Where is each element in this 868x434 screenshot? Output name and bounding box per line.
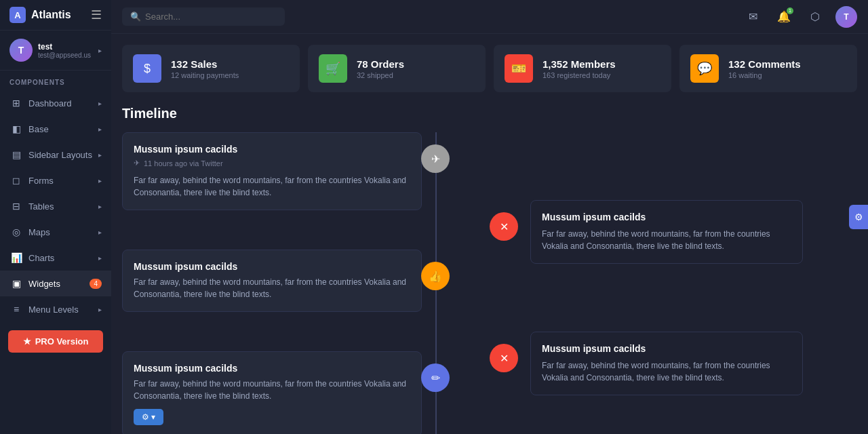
maps-icon: ◎	[9, 225, 23, 239]
timeline-card-right-1: Mussum ipsum cacilds Far far away, behin…	[530, 200, 803, 264]
timeline-right-column: ✕ Mussum ipsum cacilds Far far away, beh…	[490, 200, 803, 434]
sidebar: A Atlantis ☰ T test test@appseed.us ▸ CO…	[0, 0, 111, 434]
members-count: 1,352 Members	[542, 58, 616, 70]
right-panel-toggle[interactable]: ⚙	[849, 205, 868, 229]
chevron-right-icon: ▸	[98, 229, 102, 236]
card-title: Mussum ipsum cacilds	[542, 212, 791, 222]
mail-icon[interactable]: ✉	[742, 6, 764, 28]
chevron-right-icon: ▸	[98, 125, 102, 133]
user-name: test	[38, 42, 98, 52]
chevron-right-icon: ▸	[98, 151, 102, 159]
sidebar-item-forms[interactable]: ◻ Forms ▸	[0, 167, 111, 193]
settings-icon: ⚙	[854, 212, 863, 222]
sidebar-item-charts[interactable]: 📊 Charts ▸	[0, 245, 111, 271]
members-icon: 🎫	[505, 54, 533, 83]
stat-card-sales: $ 132 Sales 12 waiting payments	[122, 45, 300, 92]
content-area: $ 132 Sales 12 waiting payments 🛒 78 Ord…	[111, 34, 868, 434]
sidebar-item-label: Widgets	[28, 279, 90, 289]
chevron-right-icon: ▸	[98, 177, 102, 184]
topbar-icons: ✉ 🔔 1 ⬡ T	[742, 6, 857, 28]
forms-icon: ◻	[9, 174, 23, 187]
stats-row: $ 132 Sales 12 waiting payments 🛒 78 Ord…	[122, 45, 857, 92]
pro-icon: ★	[23, 336, 31, 347]
comments-icon: 💬	[690, 54, 719, 83]
pro-version-button[interactable]: ★ PRO Version	[8, 330, 103, 353]
menu-icon: ≡	[9, 302, 23, 316]
components-label: COMPONENTS	[0, 71, 111, 90]
orders-icon: 🛒	[319, 54, 347, 83]
sidebar-item-label: Charts	[28, 253, 98, 263]
search-box[interactable]: 🔍	[122, 7, 285, 26]
user-avatar-topbar[interactable]: T	[835, 6, 857, 28]
layouts-icon: ▤	[9, 148, 23, 161]
sidebar-item-tables[interactable]: ⊟ Tables ▸	[0, 193, 111, 219]
sidebar-header: A Atlantis ☰	[0, 0, 111, 31]
notification-badge: 1	[787, 7, 793, 14]
sales-icon: $	[133, 54, 161, 83]
card-title: Mussum ipsum cacilds	[134, 363, 410, 374]
sidebar-item-menu-levels[interactable]: ≡ Menu Levels ▸	[0, 296, 111, 322]
main-content: 🔍 ✉ 🔔 1 ⬡ T $ 132 Sales 12 waiting payme…	[111, 0, 868, 434]
topbar: 🔍 ✉ 🔔 1 ⬡ T	[111, 0, 868, 34]
orders-sub: 32 shipped	[357, 71, 404, 79]
sidebar-item-dashboard[interactable]: ⊞ Dashboard ▸	[0, 90, 111, 116]
sidebar-item-label: Base	[28, 124, 98, 134]
sidebar-item-sidebar-layouts[interactable]: ▤ Sidebar Layouts ▸	[0, 142, 111, 167]
timeline-node-1: ✈	[421, 144, 450, 173]
tables-icon: ⊟	[9, 199, 23, 213]
widgets-icon: ▣	[9, 277, 23, 290]
search-input[interactable]	[145, 12, 267, 22]
sidebar-item-label: Forms	[28, 176, 98, 186]
sidebar-item-label: Menu Levels	[28, 304, 98, 315]
sidebar-item-widgets[interactable]: ▣ Widgets 4	[0, 271, 111, 296]
widgets-badge: 4	[90, 279, 102, 289]
search-icon: 🔍	[130, 12, 141, 22]
comments-sub: 16 waiting	[728, 71, 801, 79]
user-email: test@appseed.us	[38, 52, 98, 59]
card-meta: ✈ 11 hours ago via Twitter	[134, 159, 410, 167]
hamburger-icon[interactable]: ☰	[91, 7, 102, 22]
sales-count: 132 Sales	[171, 58, 239, 70]
stat-card-comments: 💬 132 Comments 16 waiting	[679, 45, 857, 92]
timeline-node-2: 👍	[421, 262, 450, 290]
stat-card-members: 🎫 1,352 Members 163 registered today	[494, 45, 671, 92]
card-text: Far far away, behind the word mountains,…	[134, 276, 410, 300]
comments-count: 132 Comments	[728, 58, 801, 70]
card-text: Far far away, behind the word mountains,…	[134, 378, 410, 402]
brand-icon: A	[9, 7, 26, 23]
timeline-node-3: ✏	[421, 363, 450, 392]
timeline-card-2: Mussum ipsum cacilds Far far away, behin…	[122, 250, 422, 312]
sidebar-item-label: Tables	[28, 201, 98, 212]
sidebar-item-maps[interactable]: ◎ Maps ▸	[0, 219, 111, 245]
members-sub: 163 registered today	[542, 71, 616, 79]
chevron-right-icon: ▸	[98, 100, 102, 107]
avatar: T	[9, 39, 33, 62]
card-action-button[interactable]: ⚙ ▾	[134, 409, 163, 425]
notifications-icon[interactable]: 🔔 1	[773, 6, 795, 28]
timeline-title: Timeline	[122, 106, 857, 121]
sidebar-item-label: Sidebar Layouts	[28, 150, 98, 160]
timeline-card-3: Mussum ipsum cacilds Far far away, behin…	[122, 351, 422, 434]
timeline-left-column: Mussum ipsum cacilds ✈ 11 hours ago via …	[122, 132, 435, 434]
timeline-card-right-2: Mussum ipsum cacilds Far far away, behin…	[530, 332, 803, 395]
chevron-right-icon: ▸	[98, 254, 102, 262]
brand-title: Atlantis	[31, 9, 91, 21]
chevron-right-icon: ▸	[98, 306, 102, 313]
dashboard-icon: ⊞	[9, 96, 23, 110]
charts-icon: 📊	[9, 251, 23, 264]
user-section[interactable]: T test test@appseed.us ▸	[0, 31, 111, 71]
sidebar-item-base[interactable]: ◧ Base ▸	[0, 116, 111, 142]
card-text: Far far away, behind the word mountains,…	[542, 359, 791, 384]
sales-sub: 12 waiting payments	[171, 71, 239, 79]
pro-label: PRO Version	[35, 336, 89, 347]
timeline-node-r1: ✕	[490, 212, 518, 241]
twitter-icon: ✈	[134, 159, 140, 167]
layers-icon[interactable]: ⬡	[804, 6, 826, 28]
card-title: Mussum ipsum cacilds	[134, 144, 410, 155]
chevron-right-icon: ▸	[98, 203, 102, 210]
timeline-card-1: Mussum ipsum cacilds ✈ 11 hours ago via …	[122, 132, 422, 210]
orders-count: 78 Orders	[357, 58, 404, 70]
sidebar-item-label: Maps	[28, 227, 98, 237]
sidebar-item-label: Dashboard	[28, 98, 98, 108]
base-icon: ◧	[9, 122, 23, 136]
